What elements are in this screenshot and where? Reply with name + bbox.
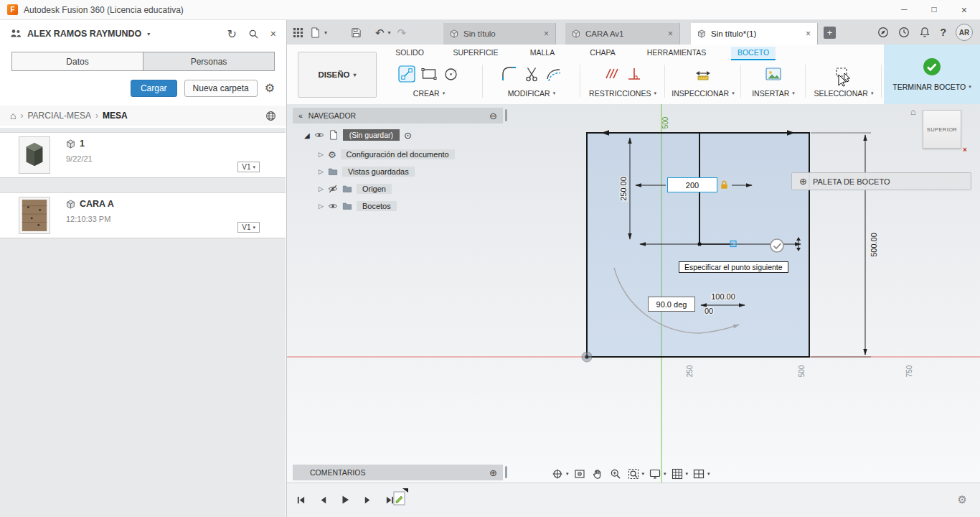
pan-hand-button[interactable] xyxy=(590,466,606,482)
origin-point[interactable] xyxy=(585,355,588,358)
restricciones-dropdown[interactable]: RESTRICCIONES ▾ xyxy=(583,89,663,98)
timeline-sketch-feature[interactable] xyxy=(393,488,409,506)
sketch-palette-bar[interactable]: ⊕ PALETA DE BOCETO xyxy=(791,172,971,190)
tree-item-origin[interactable]: ▷ Origen xyxy=(293,182,392,196)
sketch-point[interactable] xyxy=(698,243,702,246)
chevron-down-icon[interactable]: ▾ xyxy=(707,471,710,477)
expand-arrow-icon[interactable]: ▷ xyxy=(319,151,324,158)
minimize-button[interactable]: ─ xyxy=(901,4,908,16)
document-thumbnail[interactable] xyxy=(19,136,50,174)
grid-settings-button[interactable] xyxy=(669,466,685,482)
timeline-settings-gear-icon[interactable]: ⚙ xyxy=(958,493,967,506)
chevron-down-icon[interactable]: ▾ xyxy=(388,29,391,36)
close-tab-icon[interactable]: × xyxy=(544,29,549,39)
version-dropdown[interactable]: V1 ▾ xyxy=(237,222,260,233)
look-at-button[interactable] xyxy=(572,466,588,482)
play-button[interactable] xyxy=(337,492,353,508)
new-folder-button[interactable]: Nueva carpeta xyxy=(184,80,258,97)
viewcube-home-icon[interactable]: ⌂ xyxy=(910,106,916,117)
expand-plus-icon[interactable]: ⊕ xyxy=(799,177,807,186)
finish-sketch-block[interactable]: TERMINAR BOCETO ▾ xyxy=(884,45,980,104)
tab-boceto[interactable]: BOCETO xyxy=(731,47,776,60)
doc-tab[interactable]: Sin título × xyxy=(443,23,556,45)
accept-check-badge[interactable] xyxy=(771,239,783,252)
tab-personas[interactable]: Personas xyxy=(143,52,274,70)
job-status-clock-icon[interactable] xyxy=(898,27,910,38)
visibility-eye-icon[interactable] xyxy=(328,201,338,211)
step-back-button[interactable] xyxy=(315,492,331,508)
dim-500-text[interactable]: 500.00 xyxy=(870,233,878,257)
dim-100-text[interactable]: 100.00 xyxy=(711,292,735,301)
viewports-button[interactable] xyxy=(691,466,707,482)
navigator-header[interactable]: « NAVEGADOR ⊖ xyxy=(293,108,503,124)
seleccionar-dropdown[interactable]: SELECCIONAR ▾ xyxy=(808,89,880,98)
offset-tool-icon[interactable] xyxy=(545,65,562,83)
chevron-down-icon[interactable]: ▾ xyxy=(147,31,150,37)
modificar-dropdown[interactable]: MODIFICAR ▾ xyxy=(485,89,578,98)
collapse-panel-icon[interactable]: « xyxy=(298,111,303,120)
tab-chapa[interactable]: CHAPA xyxy=(583,47,621,59)
close-tab-icon[interactable]: × xyxy=(668,29,673,39)
navigator-root-row[interactable]: ◢ (Sin guardar) ⊙ xyxy=(293,128,412,142)
comments-bar[interactable]: COMENTARIOS ⊕ xyxy=(293,465,503,480)
activate-target-icon[interactable]: ⊙ xyxy=(404,130,412,141)
document-title[interactable]: 1 xyxy=(80,139,85,149)
tree-item-named-views[interactable]: ▷ Vistas guardadas xyxy=(293,164,415,179)
breadcrumb-project[interactable]: PARCIAL-MESA xyxy=(27,111,90,121)
file-menu-icon[interactable] xyxy=(310,27,321,38)
chevron-down-icon[interactable]: ▾ xyxy=(566,471,569,477)
visibility-eye-icon[interactable] xyxy=(314,130,324,140)
document-title[interactable]: CARA A xyxy=(80,199,114,209)
app-grid-icon[interactable] xyxy=(293,27,303,38)
chevron-down-icon[interactable]: ▾ xyxy=(324,29,327,36)
expand-arrow-icon[interactable]: ◢ xyxy=(304,131,310,139)
display-settings-button[interactable] xyxy=(647,466,663,482)
list-item[interactable]: CARA A 12:10:33 PM V1 ▾ xyxy=(0,192,286,238)
chevron-down-icon[interactable]: ▾ xyxy=(642,471,645,477)
maximize-button[interactable]: □ xyxy=(932,4,937,16)
viewport-canvas[interactable]: 250.00 500.00 100.00 00 2 xyxy=(287,104,980,483)
panel-settings-gear-icon[interactable]: ⚙ xyxy=(265,83,275,94)
crear-dropdown[interactable]: CREAR ▾ xyxy=(379,89,479,98)
perpendicular-constraint-icon[interactable] xyxy=(626,65,643,83)
web-icon[interactable] xyxy=(265,111,276,121)
workspace-dropdown[interactable]: DISEÑO ▾ xyxy=(298,52,377,98)
viewcube[interactable]: SUPERIOR xyxy=(923,110,961,149)
insert-image-icon[interactable] xyxy=(765,65,782,83)
tab-malla[interactable]: MALLA xyxy=(524,47,561,59)
version-dropdown[interactable]: V1 ▾ xyxy=(237,162,260,172)
trim-scissors-icon[interactable] xyxy=(523,65,540,83)
add-comment-icon[interactable]: ⊕ xyxy=(489,468,497,478)
panel-drag-handle[interactable] xyxy=(505,109,507,121)
document-thumbnail[interactable] xyxy=(19,197,50,234)
doc-tab[interactable]: CARA Av1 × xyxy=(565,23,680,45)
tree-item-doc-settings[interactable]: ▷ ⚙ Configuración del documento xyxy=(293,147,455,162)
tab-datos[interactable]: Datos xyxy=(12,52,143,70)
expand-arrow-icon[interactable]: ▷ xyxy=(319,202,324,210)
browser-compass-icon[interactable] xyxy=(877,27,889,38)
expand-arrow-icon[interactable]: ▷ xyxy=(319,168,324,175)
undo-icon[interactable]: ↶ xyxy=(375,27,385,38)
parallel-constraint-icon[interactable] xyxy=(603,65,621,83)
home-icon[interactable]: ⌂ xyxy=(10,110,16,121)
line-tool-icon[interactable] xyxy=(398,65,415,83)
new-tab-button[interactable]: + xyxy=(824,27,836,39)
rectangle-tool-icon[interactable] xyxy=(420,65,438,83)
close-tab-icon[interactable]: × xyxy=(806,29,811,39)
user-avatar[interactable]: AR xyxy=(956,24,973,41)
minimize-panel-icon[interactable]: ⊖ xyxy=(489,111,497,121)
finish-sketch-dropdown[interactable]: TERMINAR BOCETO ▾ xyxy=(892,83,971,91)
orbit-button[interactable] xyxy=(550,466,565,482)
panel-drag-handle[interactable] xyxy=(505,466,507,478)
tree-item-label[interactable]: Configuración del documento xyxy=(341,149,455,159)
chevron-down-icon[interactable]: ▾ xyxy=(686,471,689,477)
team-name[interactable]: ALEX RAMOS RAYMUNDO xyxy=(27,29,141,39)
tab-superficie[interactable]: SUPERFICIE xyxy=(446,47,504,59)
tree-item-label[interactable]: Origen xyxy=(357,184,392,194)
measure-tool-icon[interactable] xyxy=(694,65,712,83)
tree-item-sketches[interactable]: ▷ Bocetos xyxy=(293,199,397,213)
refresh-icon[interactable]: ↻ xyxy=(227,27,236,41)
lock-icon[interactable] xyxy=(719,180,730,190)
chevron-down-icon[interactable]: ▾ xyxy=(664,471,666,477)
root-document-name[interactable]: (Sin guardar) xyxy=(343,129,400,141)
